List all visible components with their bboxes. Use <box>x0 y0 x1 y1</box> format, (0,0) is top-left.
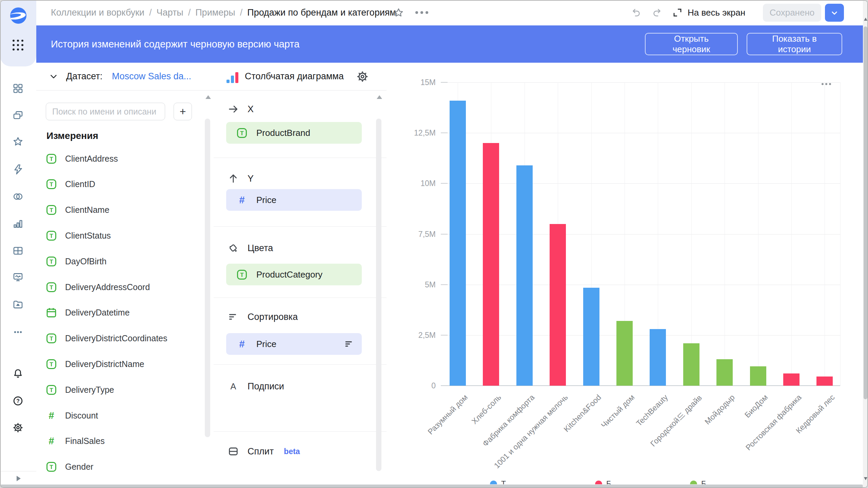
bar-Кедровый лес[interactable] <box>816 377 833 386</box>
save-status-button[interactable]: Сохранено <box>763 4 821 22</box>
svg-text:T: T <box>50 387 53 393</box>
breadcrumb-item[interactable]: Коллекции и воркбуки <box>51 7 144 18</box>
field-pill-productcategory[interactable]: TProductCategory <box>226 264 362 285</box>
string-field-icon: T <box>46 204 57 216</box>
connections-lightning-icon[interactable] <box>12 164 24 175</box>
notifications-bell-icon[interactable] <box>12 368 24 380</box>
horizontal-scrollbar-thumb[interactable] <box>0 485 863 488</box>
panel-scroll-up-icon[interactable] <box>377 95 382 99</box>
charts-icon[interactable] <box>12 218 24 229</box>
help-icon[interactable]: ? <box>12 395 24 407</box>
y-tick-label: 10M <box>387 179 436 188</box>
bar-TechBeauty[interactable] <box>650 329 666 386</box>
vertical-scrollbar-thumb[interactable] <box>864 26 867 399</box>
breadcrumb-item[interactable]: Примеры <box>195 7 235 18</box>
dataset-name-link[interactable]: Moscow Sales da... <box>112 63 191 90</box>
add-field-button[interactable]: + <box>174 103 192 120</box>
show-history-button[interactable]: Показать в истории <box>747 33 842 55</box>
bar-Чистый дом[interactable] <box>616 321 633 386</box>
gridline <box>441 285 840 285</box>
collections-icon[interactable] <box>12 109 24 121</box>
favorites-star-icon[interactable] <box>12 136 24 147</box>
scroll-down-arrow-icon[interactable] <box>864 477 867 480</box>
field-row[interactable]: TClientAddress <box>46 150 195 167</box>
favorite-star-icon[interactable] <box>393 7 404 18</box>
field-name: DeliveryAddressCoord <box>65 282 150 292</box>
gridline <box>441 133 840 133</box>
string-field-icon: T <box>236 269 248 280</box>
pill-sort-icon[interactable] <box>344 339 354 349</box>
dashboards-icon[interactable] <box>12 245 24 257</box>
y-tick-label: 15M <box>387 78 436 87</box>
field-pill-price[interactable]: #Price <box>226 333 362 355</box>
bar-Мойдодыр[interactable] <box>716 359 733 386</box>
scroll-up-arrow-icon[interactable] <box>864 18 867 21</box>
apps-menu-icon[interactable] <box>13 40 24 51</box>
panel-scrollbar[interactable] <box>376 119 381 471</box>
field-search-input[interactable] <box>46 103 165 120</box>
vertical-scrollbar[interactable] <box>863 0 868 488</box>
field-name: DayOfBirth <box>65 257 106 266</box>
field-row[interactable]: TDeliveryAddressCoord <box>46 278 195 296</box>
field-row[interactable]: TDayOfBirth <box>46 252 195 270</box>
section-divider <box>214 226 387 227</box>
config-section-сортировка: Сортировка <box>228 309 298 324</box>
bar-БиоДом[interactable] <box>750 366 766 386</box>
field-pill-productbrand[interactable]: TProductBrand <box>226 122 362 144</box>
panel-scrollbar[interactable] <box>205 119 210 437</box>
field-row[interactable]: TClientName <box>46 201 195 219</box>
navigation-grid-icon[interactable] <box>12 83 24 94</box>
bar-Разумный дом[interactable] <box>450 101 466 386</box>
field-row[interactable]: TDeliveryDistrictName <box>46 355 195 373</box>
chart-menu-icon[interactable] <box>822 83 831 85</box>
horizontal-scrollbar[interactable] <box>0 484 863 488</box>
bar-Ростовская фабрика[interactable] <box>783 373 800 386</box>
field-row[interactable]: TDeliveryDistrictCoordinates <box>46 330 195 347</box>
field-row[interactable]: TDeliveryType <box>46 381 195 399</box>
field-row[interactable]: TClientID <box>46 176 195 193</box>
expand-sidebar-icon[interactable] <box>14 474 22 483</box>
fullscreen-label[interactable]: На весь экран <box>688 0 745 25</box>
chevron-down-icon[interactable] <box>49 72 58 81</box>
editor-monitor-icon[interactable] <box>12 271 24 283</box>
field-row[interactable]: DeliveryDatetime <box>46 304 195 322</box>
bar-Kitchen&Food[interactable] <box>583 288 599 386</box>
string-field-icon: T <box>46 153 57 164</box>
axis-tick <box>441 183 448 184</box>
field-row[interactable]: #FinalSales <box>46 432 195 450</box>
more-icon[interactable] <box>12 326 24 338</box>
chart-settings-gear-icon[interactable] <box>356 70 369 83</box>
files-folder-icon[interactable] <box>12 299 24 310</box>
undo-icon[interactable] <box>631 7 642 18</box>
panel-scroll-up-icon[interactable] <box>205 95 211 99</box>
redo-icon[interactable] <box>652 7 662 18</box>
fullscreen-icon[interactable] <box>672 7 683 18</box>
date-field-icon <box>46 307 57 318</box>
section-label: Цвета <box>248 243 273 253</box>
axis-tick <box>441 234 448 235</box>
breadcrumb-current: Продажи по брендам и категориям <box>247 7 396 18</box>
datasets-icon[interactable] <box>12 191 24 202</box>
dataset-panel: Датасет: Moscow Sales da... + Измерения … <box>36 63 214 488</box>
field-pill-price[interactable]: #Price <box>226 189 362 211</box>
settings-gear-icon[interactable] <box>12 422 24 433</box>
bar-Хлеб-соль[interactable] <box>483 143 499 386</box>
string-field-icon: T <box>46 256 57 267</box>
save-dropdown-button[interactable] <box>825 4 844 22</box>
field-row[interactable]: TGender <box>46 458 195 476</box>
svg-text:T: T <box>50 181 53 188</box>
field-row[interactable]: #Discount <box>46 407 195 424</box>
column-chart-icon[interactable] <box>226 70 240 83</box>
datalens-logo[interactable] <box>10 7 26 24</box>
chart-type-title[interactable]: Столбчатая диаграмма <box>245 63 344 90</box>
breadcrumb-item[interactable]: Чарты <box>156 7 183 18</box>
bar-Фабрика комфорта[interactable] <box>516 165 533 386</box>
field-row[interactable]: TClientStatus <box>46 227 195 244</box>
more-actions-icon[interactable] <box>415 11 428 14</box>
open-draft-button[interactable]: Открыть черновик <box>645 33 738 55</box>
split-icon <box>228 446 239 457</box>
bar-Городской드 драйв[interactable] <box>683 343 699 386</box>
field-name: FinalSales <box>65 436 105 446</box>
banner-text: История изменений содержит черновую верс… <box>51 25 299 63</box>
bar-1001 и одна нужная мелочь[interactable] <box>550 224 566 386</box>
